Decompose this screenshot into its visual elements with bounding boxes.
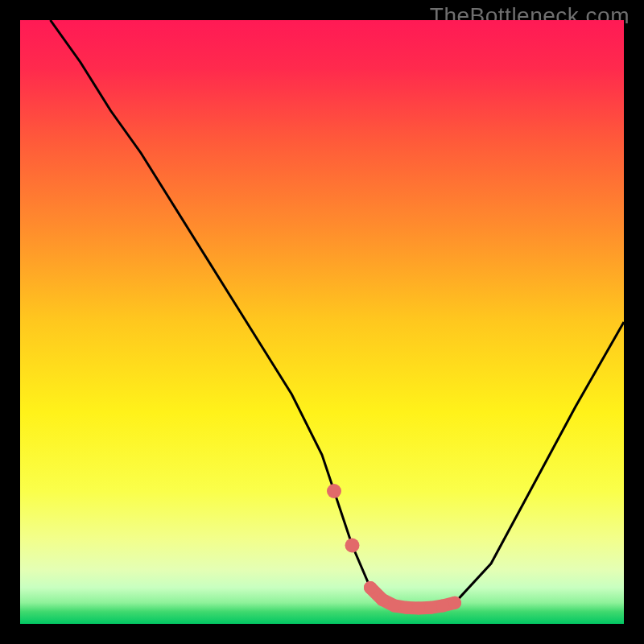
chart-plot-area	[20, 20, 624, 624]
optimal-point	[448, 597, 461, 609]
optimal-point	[424, 601, 437, 614]
optimal-point	[388, 600, 401, 613]
optimal-point	[345, 539, 360, 553]
chart-frame: TheBottleneck.com	[0, 0, 644, 644]
optimal-point	[400, 601, 413, 614]
optimal-point	[376, 593, 389, 606]
optimal-point	[364, 581, 377, 594]
optimal-point	[327, 484, 341, 498]
optimal-point	[412, 602, 425, 615]
optimal-point	[436, 600, 449, 613]
chart-svg	[20, 20, 624, 624]
